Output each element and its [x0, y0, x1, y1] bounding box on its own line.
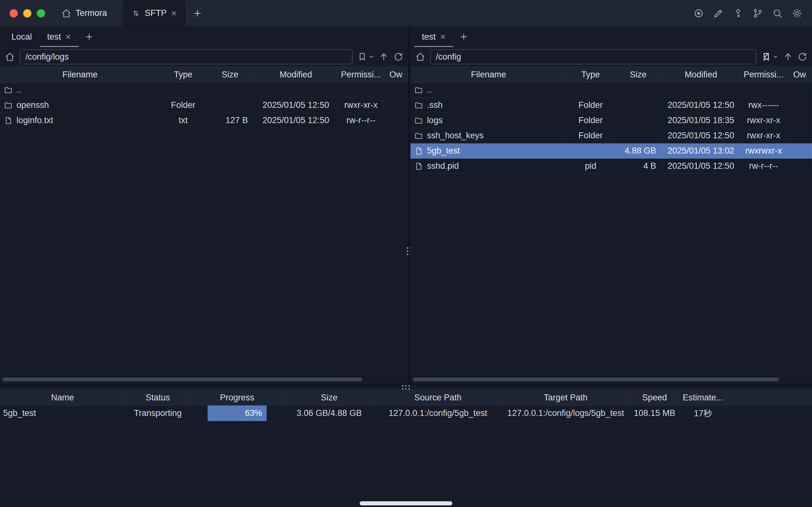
right-home-icon[interactable]	[415, 51, 426, 62]
transfer-target-path-cell: 127.0.0.1:/config/logs/5gb_test	[501, 405, 630, 421]
file-row-.ssh[interactable]: .sshFolder2025/01/05 12:50rwx------	[411, 98, 812, 113]
right-tab-test[interactable]: test ×	[414, 26, 453, 47]
pane-splitter[interactable]	[408, 26, 411, 385]
left-bookmark-dropdown-icon[interactable]	[369, 54, 374, 60]
left-new-tab-button[interactable]	[79, 26, 100, 47]
file-row-logs[interactable]: logsFolder2025/01/05 18:35rwxr-xr-x	[411, 113, 812, 128]
file-row-openssh[interactable]: opensshFolder2025/01/05 12:50rwxr-xr-x	[0, 98, 408, 113]
column-header-filename[interactable]: Filename	[0, 67, 160, 82]
transfer-column-size[interactable]: Size	[284, 390, 375, 405]
right-path-input[interactable]	[430, 49, 757, 64]
home-indicator	[360, 501, 452, 505]
right-parent-dir-icon[interactable]	[783, 52, 793, 62]
file-modified-cell: 2025/01/05 12:50	[662, 128, 740, 143]
file-name-cell: .ssh	[411, 98, 567, 113]
file-type-cell: Folder	[160, 98, 206, 113]
file-name-cell: openssh	[0, 98, 160, 113]
close-window-button[interactable]	[9, 9, 18, 17]
right-bookmark-icon[interactable]	[761, 52, 771, 62]
key-icon[interactable]	[733, 8, 744, 19]
file-row-5gb_test[interactable]: 5gb_test4.88 GB2025/01/05 13:02rwxrwxr-x	[411, 144, 812, 159]
record-icon[interactable]	[693, 8, 704, 19]
right-file-header: Filename Type Size Modified Permissi... …	[411, 67, 812, 82]
column-header-type[interactable]: Type	[160, 67, 206, 82]
new-tab-button[interactable]	[193, 0, 203, 26]
home-icon	[61, 8, 72, 19]
transfer-column-status[interactable]: Status	[125, 390, 191, 405]
transfer-source-path-cell: 127.0.0.1:/config/5gb_test	[375, 405, 501, 421]
left-parent-dir-icon[interactable]	[379, 52, 389, 62]
app-name-label: Termora	[75, 8, 107, 18]
column-header-filename[interactable]: Filename	[411, 67, 567, 82]
left-tab-test-label: test	[47, 32, 61, 42]
left-tab-close-icon[interactable]: ×	[65, 32, 71, 42]
file-name-label: sshd.pid	[427, 161, 459, 171]
left-tab-local[interactable]: Local	[4, 26, 40, 47]
transfer-column-source-path[interactable]: Source Path	[375, 390, 501, 405]
file-size-cell: 4.88 GB	[614, 144, 662, 158]
right-tab-close-icon[interactable]: ×	[440, 32, 446, 42]
file-name-label: ..	[427, 85, 432, 95]
file-name-cell: 5gb_test	[411, 144, 567, 158]
transfer-column-estimate[interactable]: Estimate...	[679, 390, 727, 405]
file-type-cell: Folder	[567, 113, 614, 128]
left-pathbar	[0, 47, 408, 67]
left-path-input[interactable]	[20, 49, 353, 64]
file-row-..[interactable]: ..	[0, 82, 408, 98]
column-header-size[interactable]: Size	[614, 67, 662, 82]
left-file-list: ..opensshFolder2025/01/05 12:50rwxr-xr-x…	[0, 82, 408, 385]
transfer-speed-cell: 108.15 MB	[630, 405, 679, 421]
folder-icon	[414, 116, 423, 125]
file-name-label: .ssh	[427, 100, 443, 110]
transfer-column-speed[interactable]: Speed	[630, 390, 679, 405]
search-icon[interactable]	[772, 8, 783, 19]
column-header-size[interactable]: Size	[206, 67, 254, 82]
settings-gear-icon[interactable]	[792, 8, 803, 19]
branch-icon[interactable]	[752, 8, 763, 19]
minimize-window-button[interactable]	[23, 9, 32, 17]
folder-icon	[414, 101, 423, 110]
right-new-tab-button[interactable]	[453, 26, 474, 47]
file-size-cell	[614, 113, 662, 128]
file-icon	[4, 116, 13, 125]
zoom-window-button[interactable]	[37, 9, 45, 17]
transfer-splitter[interactable]	[0, 385, 812, 390]
right-hscrollbar-thumb[interactable]	[413, 378, 779, 381]
transfer-column-name[interactable]: Name	[0, 390, 125, 405]
file-row-loginfo.txt[interactable]: loginfo.txttxt127 B2025/01/05 12:50rw-r-…	[0, 113, 408, 128]
transfer-row[interactable]: 5gb_test Transporting 63% 3.06 GB/4.88 G…	[0, 405, 812, 421]
app-home-tab[interactable]: Termora	[61, 0, 107, 26]
file-name-cell: sshd.pid	[411, 159, 567, 174]
column-header-modified[interactable]: Modified	[254, 67, 338, 82]
file-name-label: ..	[16, 85, 21, 95]
file-row-sshd.pid[interactable]: sshd.pidpid4 B2025/01/05 12:50rw-r--r--	[411, 159, 812, 174]
left-bookmark-icon[interactable]	[357, 52, 367, 62]
left-refresh-icon[interactable]	[393, 52, 403, 62]
tab-close-icon[interactable]: ×	[171, 9, 177, 18]
left-tab-test[interactable]: test ×	[40, 26, 79, 47]
right-bookmark-dropdown-icon[interactable]	[773, 54, 778, 60]
left-hscrollbar-thumb[interactable]	[3, 378, 362, 381]
transfer-column-target-path[interactable]: Target Path	[501, 390, 630, 405]
titlebar: Termora SFTP ×	[0, 0, 812, 26]
tab-sftp[interactable]: SFTP ×	[123, 0, 185, 26]
file-type-cell: Folder	[567, 128, 614, 143]
file-type-cell: pid	[567, 159, 614, 174]
column-header-type[interactable]: Type	[567, 67, 614, 82]
file-row-..[interactable]: ..	[411, 82, 812, 98]
edit-icon[interactable]	[713, 8, 724, 19]
right-refresh-icon[interactable]	[797, 52, 808, 62]
column-header-permissions[interactable]: Permissi...	[740, 67, 788, 82]
column-header-owner[interactable]: Ow	[788, 67, 812, 82]
file-row-ssh_host_keys[interactable]: ssh_host_keysFolder2025/01/05 12:50rwxr-…	[411, 128, 812, 144]
column-header-permissions[interactable]: Permissi...	[338, 67, 384, 82]
column-header-owner[interactable]: Ow	[384, 67, 408, 82]
file-modified-cell: 2025/01/05 13:02	[662, 144, 740, 158]
column-header-modified[interactable]: Modified	[662, 67, 740, 82]
transfer-column-progress[interactable]: Progress	[191, 390, 284, 405]
file-permissions-cell: rw-r--r--	[338, 113, 384, 128]
left-home-icon[interactable]	[4, 51, 15, 62]
tab-sftp-label: SFTP	[145, 8, 167, 18]
file-modified-cell: 2025/01/05 12:50	[254, 98, 338, 113]
transfer-estimate-cell: 17秒	[679, 405, 727, 421]
